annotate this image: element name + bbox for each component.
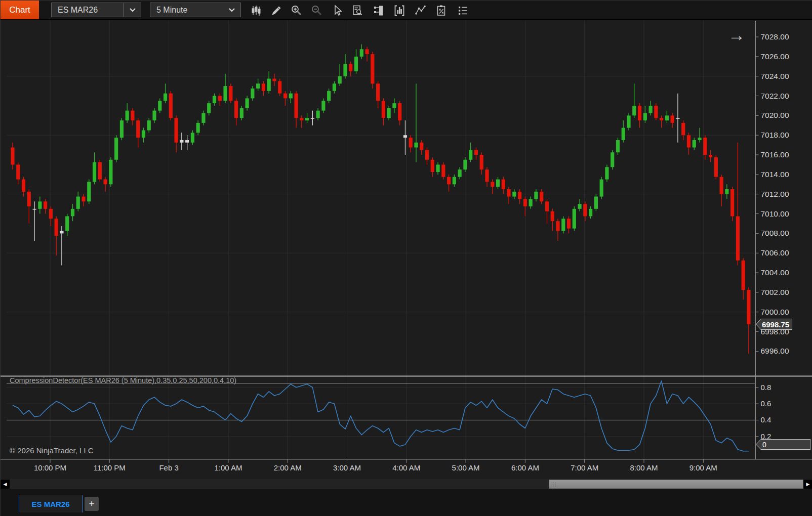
chevron-down-icon <box>223 3 240 17</box>
instrument-value: ES MAR26 <box>52 6 124 15</box>
indicators-icon <box>393 5 405 17</box>
bar-type-button[interactable] <box>247 4 265 17</box>
chart-window: 7028.007026.007024.007022.007020.007018.… <box>0 0 812 516</box>
go-to-latest-icon[interactable]: → <box>728 26 745 44</box>
last-price-marker: 6998.75 <box>756 319 792 330</box>
list-icon <box>457 5 469 17</box>
indicator-value-marker: 0 <box>756 439 810 450</box>
indicator-current-value: 0 <box>756 440 810 449</box>
horizontal-scrollbar[interactable]: ◀ ▶ <box>1 479 812 489</box>
properties-button[interactable] <box>454 4 472 17</box>
document-search-icon <box>351 5 363 17</box>
tab-es-mar26[interactable]: ES MAR26 <box>19 495 83 512</box>
chart-trader-button[interactable] <box>370 4 388 17</box>
zoom-in-icon <box>291 5 303 17</box>
draw-button[interactable] <box>267 4 286 17</box>
timeframe-value: 5 Minute <box>150 6 223 15</box>
scrollbar-grip <box>551 482 555 487</box>
price-axis[interactable] <box>755 21 812 459</box>
chart-plot-area[interactable] <box>7 21 755 453</box>
pencil-icon <box>270 5 282 17</box>
zoom-out-icon <box>311 5 323 17</box>
timeframe-dropdown[interactable]: 5 Minute <box>150 3 241 17</box>
cursor-button[interactable] <box>328 4 346 17</box>
clipboard-x-icon <box>435 5 448 17</box>
scrollbar-thumb[interactable] <box>549 480 803 489</box>
toolbar: Chart ES MAR26 5 Minute <box>1 1 812 20</box>
data-box-button[interactable] <box>348 4 367 17</box>
chart-trader-icon <box>373 5 385 17</box>
strategies-button[interactable] <box>432 4 451 17</box>
chevron-down-icon <box>124 3 141 17</box>
tab-bar: ES MAR26 + <box>1 489 812 516</box>
cursor-icon <box>331 5 343 17</box>
copyright-text: © 2026 NinjaTrader, LLC <box>10 446 94 455</box>
indicator-label: CompressionDetector(ES MAR26 (5 Minute),… <box>10 376 236 384</box>
zoom-in-button[interactable] <box>288 4 306 17</box>
candlestick-chart-icon <box>250 5 262 17</box>
time-axis[interactable] <box>1 460 812 478</box>
scroll-right-icon: ▶ <box>806 482 810 487</box>
instrument-dropdown[interactable]: ES MAR26 <box>51 3 141 17</box>
zoom-out-button[interactable] <box>308 4 326 17</box>
drawing-tools-button[interactable] <box>412 4 430 17</box>
scroll-right-button[interactable]: ▶ <box>803 480 812 489</box>
add-tab-button[interactable]: + <box>85 497 99 511</box>
zigzag-line-icon <box>415 5 427 17</box>
scroll-left-icon: ◀ <box>4 482 7 487</box>
scroll-left-button[interactable]: ◀ <box>1 480 10 489</box>
last-price-value: 6998.75 <box>756 319 792 329</box>
indicators-button[interactable] <box>390 4 409 17</box>
chart-window-tab[interactable]: Chart <box>1 1 39 19</box>
